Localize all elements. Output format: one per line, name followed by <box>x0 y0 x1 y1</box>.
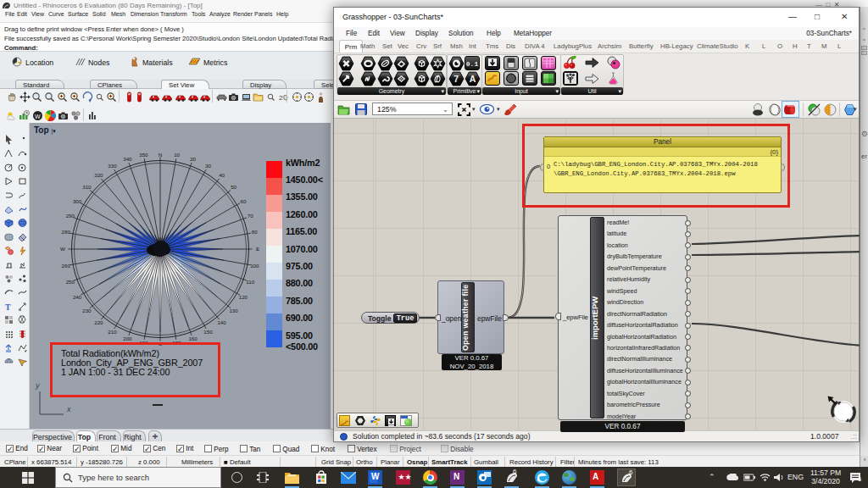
svg-text:W: W <box>60 246 65 252</box>
svg-text:250: 250 <box>66 279 75 285</box>
svg-text:350: 350 <box>139 152 148 158</box>
svg-text:160: 160 <box>188 336 198 341</box>
svg-text:330: 330 <box>108 163 117 169</box>
svg-text:30: 30 <box>205 163 211 169</box>
svg-text:W: W <box>35 114 41 119</box>
svg-text:A: A <box>470 74 476 84</box>
svg-text:N: N <box>159 152 162 158</box>
svg-text:y: y <box>35 381 40 390</box>
svg-text:x: x <box>66 405 71 413</box>
svg-text:E: E <box>256 246 259 252</box>
svg-text:7: 7 <box>453 74 459 84</box>
svg-text:220: 220 <box>94 319 103 325</box>
svg-text:200: 200 <box>123 336 132 341</box>
svg-text:70: 70 <box>248 213 253 219</box>
svg-text:120: 120 <box>239 294 248 300</box>
svg-text:230: 230 <box>82 308 92 313</box>
svg-text:130: 130 <box>229 308 238 313</box>
svg-text:20: 20 <box>190 156 196 162</box>
svg-text:340: 340 <box>123 156 132 162</box>
svg-text:320: 320 <box>94 172 103 178</box>
svg-text:140: 140 <box>217 319 226 325</box>
svg-text:40: 40 <box>219 172 225 178</box>
svg-text:290: 290 <box>66 213 75 219</box>
svg-text:10: 10 <box>174 152 180 158</box>
svg-text:280: 280 <box>62 229 71 235</box>
svg-text:210: 210 <box>108 329 117 335</box>
svg-text:80: 80 <box>252 229 258 235</box>
svg-text:110: 110 <box>246 279 254 285</box>
svg-text:100: 100 <box>250 263 259 269</box>
svg-text:310: 310 <box>82 184 92 190</box>
svg-text:260: 260 <box>62 263 71 269</box>
svg-text:240: 240 <box>73 294 82 300</box>
svg-text:150: 150 <box>203 329 213 335</box>
svg-text:50: 50 <box>231 184 236 190</box>
svg-text:60: 60 <box>240 198 246 204</box>
svg-text:T: T <box>5 302 11 312</box>
svg-text:300: 300 <box>73 198 82 204</box>
